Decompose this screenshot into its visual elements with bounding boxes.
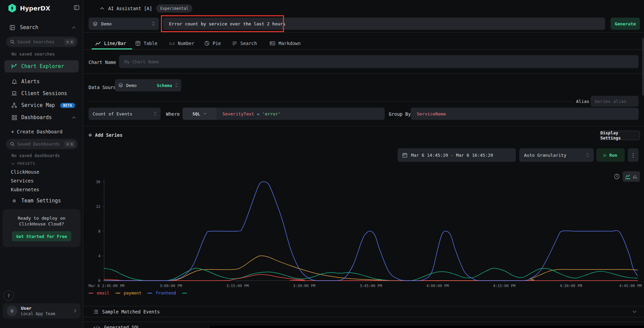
granularity-select[interactable]: Auto Granularity [519,148,594,162]
tab-table[interactable]: Table [136,38,158,48]
clickhouse-promo-card: Ready to deploy on ClickHouse Cloud? Get… [3,209,80,247]
line-chart-icon [95,41,101,46]
saved-dashboards-input[interactable]: Saved Dashboards ⌘ K [6,139,78,149]
tab-label: Markdown [279,41,301,46]
legend-dash[interactable] [147,293,152,293]
where-label: Where [166,111,180,117]
legend-dash[interactable] [182,293,187,293]
tab-line-bar[interactable]: Line/Bar [95,38,126,48]
legend-label[interactable]: email [97,290,110,296]
tab-search[interactable]: Search [232,38,257,48]
aggregation-value: Count of Events [93,111,154,116]
create-dashboard-button[interactable]: + Create Dashboard [0,127,83,137]
ai-prompt-input[interactable]: Error count by service over the last 2 h… [163,18,605,30]
display-settings-label: Display Settings [600,130,640,140]
legend-label[interactable]: frontend [156,290,176,296]
sql-operator-token: = [257,111,260,116]
bottom-scrollbar[interactable] [210,326,644,328]
line-chart[interactable]: 0481216Mar 6 2:45:00 PM3:00:00 PM3:15:00… [83,169,644,290]
chevron-up-icon[interactable] [72,116,76,119]
svg-text:3:45:00 PM: 3:45:00 PM [360,284,382,288]
more-options-button[interactable]: ⋮ [628,148,639,162]
chart-legend: emailpaymentfrontend [89,290,187,296]
add-series-button[interactable]: ⊕ Add Series [89,132,122,138]
table-icon [136,41,140,46]
generate-button[interactable]: Generate [611,18,640,30]
list-icon [93,310,98,314]
pie-chart-icon [205,41,209,46]
select-caret-icon [175,83,178,87]
no-saved-dashboards-note: No saved dashboards [11,153,60,158]
group-by-label: Group By [389,111,411,117]
tab-number[interactable]: 1↓3 Number [169,38,194,48]
legend-dash[interactable] [116,293,120,293]
sql-field-token: SeverityText [222,111,254,116]
aggregation-select[interactable]: Count of Events [89,108,161,120]
sidebar-item-client-sessions[interactable]: Client Sessions [0,88,83,99]
sample-events-panel-header[interactable]: Sample Matched Events [83,306,644,317]
sidebar-item-chart-explorer[interactable]: Chart Explorer [4,60,79,72]
experimental-badge: Experimental [156,4,192,13]
select-caret-icon [154,112,157,116]
where-expression-input[interactable]: SeverityText = 'error' [216,111,287,116]
data-source-label: Data Source [89,85,119,90]
sidebar-item-team-settings[interactable]: ⚙ Team Settings [0,196,83,206]
sidebar: HyperDX Search Saved Searches ⌘ K [0,0,83,328]
svg-text:3:30:00 PM: 3:30:00 PM [293,284,316,288]
ai-source-select[interactable]: Demo [89,18,159,30]
svg-text:16: 16 [96,180,100,184]
logo: HyperDX [8,4,50,13]
svg-text:1↓3: 1↓3 [169,42,174,45]
beta-badge: BETA [60,103,75,108]
preset-services[interactable]: Services [0,176,83,185]
vertical-scrollbar-thumb[interactable] [642,38,644,95]
ai-assistant-collapse-icon[interactable] [100,7,104,10]
svg-text:0: 0 [98,279,100,283]
tab-label: Table [144,41,158,46]
data-source-select[interactable]: Demo Schema [115,79,181,91]
legend-dash[interactable] [89,293,93,293]
sidebar-item-service-map[interactable]: Service Map BETA [0,100,83,110]
get-started-button[interactable]: Get Started for Free [12,231,71,241]
run-button[interactable]: ▷ Run [596,148,625,162]
group-by-input[interactable]: ServiceName [411,108,639,120]
tab-label: Pie [213,41,221,46]
promo-text: Ready to deploy on ClickHouse Cloud? [8,215,75,227]
legend-label[interactable]: payment [124,290,142,296]
layers-icon [118,83,123,88]
svg-text:4:45:00 PM: 4:45:00 PM [619,284,642,288]
tab-label: Line/Bar [104,41,126,46]
ai-source-value: Demo [101,21,148,26]
chart-name-input[interactable]: My Chart Name [119,55,639,68]
presets-toggle[interactable]: PRESETS [11,161,35,166]
saved-dashboards-placeholder: Saved Dashboards [17,141,62,147]
tab-pie[interactable]: Pie [205,38,221,48]
markdown-icon [270,41,275,45]
sidebar-section-search[interactable]: Search [0,22,83,32]
date-range-picker[interactable]: Mar 6 14:45:20 - Mar 6 16:45:20 [398,148,516,162]
chevron-down-icon [633,310,637,313]
preset-label: ClickHouse [11,169,39,175]
tab-markdown[interactable]: Markdown [270,38,301,48]
sidebar-item-alerts[interactable]: Alerts [0,76,83,87]
preset-kubernetes[interactable]: Kubernetes [0,185,83,194]
alias-input[interactable]: Series alias [591,96,639,107]
chevron-up-icon[interactable] [72,26,76,29]
logo-text: HyperDX [20,5,50,12]
data-source-value: Demo [126,83,154,88]
create-dashboard-label: + Create Dashboard [11,129,63,134]
preset-clickhouse[interactable]: ClickHouse [0,168,83,176]
chevron-down-icon [204,113,207,115]
saved-searches-input[interactable]: Saved Searches ⌘ K [6,37,78,47]
help-button[interactable]: ? [3,290,14,301]
sidebar-item-dashboards[interactable]: Dashboards [0,112,83,123]
display-settings-button[interactable]: Display Settings [600,131,640,140]
svg-text:8: 8 [98,229,100,234]
play-icon: ▷ [604,152,606,158]
get-started-label: Get Started for Free [16,234,67,239]
schema-link[interactable]: Schema [157,83,172,88]
sidebar-collapse-icon[interactable] [74,5,79,10]
search-icon [10,141,15,147]
language-select[interactable]: SQL [183,108,216,120]
user-menu[interactable]: U User Local App Team [3,303,80,319]
